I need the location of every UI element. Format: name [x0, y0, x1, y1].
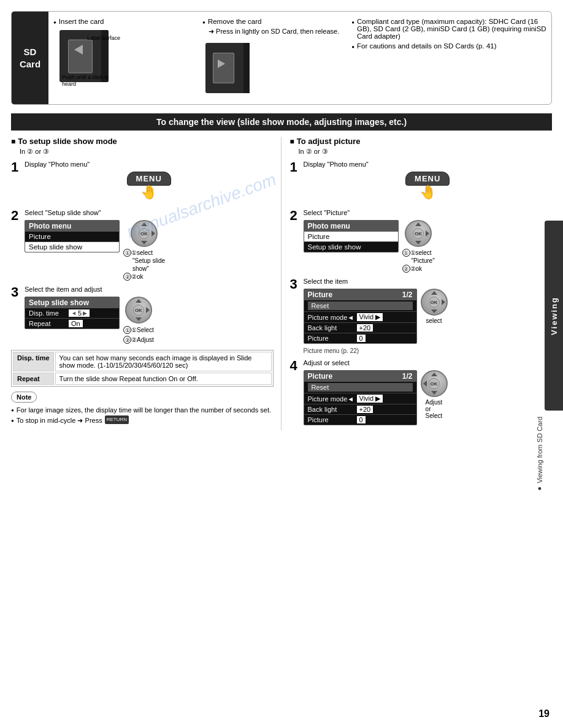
picture-box-mode-s4: Picture mode◄ Vivid ▶ [304, 393, 416, 404]
right-step3-content: Select the item Picture 1/2 Reset Pictur… [304, 278, 553, 354]
menu-btn-right[interactable]: MENU [405, 172, 450, 186]
right-menu-item-picture: Picture [304, 232, 398, 242]
picture-box-backlight-s3: Back light +20 [304, 323, 416, 333]
right-menu-title: Photo menu [304, 221, 398, 232]
sdcard-remove-bullet1: Remove the card [202, 18, 342, 25]
left-col: To setup slide show mode In ② or ③ 1 Dis… [11, 137, 282, 430]
menu-btn-wrap-right: MENU 🤚 [304, 172, 553, 200]
right-menu-item-setup: Setup slide show [304, 242, 398, 252]
repeat-text: Turn the slide show Repeat function On o… [55, 373, 272, 385]
setup-box-title: Setup slide show [25, 297, 119, 308]
dial-left-step3[interactable]: OK [125, 297, 152, 324]
picture-box-title-step4: Picture 1/2 [304, 371, 416, 382]
left-in-note: In ② or ③ [20, 148, 274, 156]
left-step2-dial-label1: ①①select [123, 249, 165, 257]
dial-right-step3[interactable]: OK [421, 289, 448, 316]
setup-row2: Repeat On [25, 319, 119, 328]
right-step4-content: Adjust or select Picture 1/2 Reset Pictu… [304, 359, 553, 425]
left-step2-content: Select "Setup slide show" Photo menu Pic… [25, 209, 274, 281]
setup-row2-val: On [69, 320, 83, 327]
picture-box-picture-s3: Picture 0 [304, 333, 416, 343]
right-step1-content: Display "Photo menu" MENU 🤚 [304, 161, 553, 204]
right-step4-dial-row: Picture 1/2 Reset Picture mode◄ Vivid ▶ … [304, 370, 553, 425]
left-step1-label: Display "Photo menu" [25, 161, 274, 168]
dial-left-step2[interactable]: OK [131, 220, 158, 247]
return-icon: RETURN [105, 415, 129, 424]
right-step2-label: Select "Picture" [304, 209, 553, 216]
page-number: 19 [538, 708, 550, 719]
right-step3-num: 3 [290, 278, 300, 291]
sdcard-remove-col: Remove the card ➜Press in lightly on SD … [202, 18, 342, 98]
section-header: To change the view (slide show mode, adj… [11, 113, 552, 131]
disp-time-text: You can set how many seconds each image … [55, 352, 272, 371]
left-step3-dial-row: Setup slide show Disp. time ◄5▶ Repeat O… [25, 297, 274, 345]
sdcard-info-bullet1: Compliant card type (maximum capacity): … [351, 18, 546, 40]
right-step2-dial-row: Photo menu Picture Setup slide show OK ①… [304, 220, 553, 273]
note-label: Note [11, 392, 37, 403]
right-step2-num: 2 [290, 209, 300, 222]
picture-page-s3: 1/2 [402, 290, 413, 299]
push-until-text: Push until a click is heard [62, 74, 121, 88]
main-content: To setup slide show mode In ② or ③ 1 Dis… [11, 137, 552, 430]
right-step2-content: Select "Picture" Photo menu Picture Setu… [304, 209, 553, 273]
setup-row1-val: ◄5▶ [69, 309, 90, 317]
right-step2-dial-label3: ②②ok [402, 265, 435, 273]
menu-btn-wrap-left: MENU 🤚 [25, 172, 274, 200]
dial-right-step2[interactable]: OK [405, 220, 432, 247]
left-step2-label: Select "Setup slide show" [25, 209, 274, 216]
sdcard-info-col: Compliant card type (maximum capacity): … [351, 18, 546, 50]
left-step3-dial-label2: ②②Adjust [123, 335, 154, 345]
left-step2-dial-label2: "Setup slide [132, 257, 165, 265]
hand-icon-left: 🤚 [140, 184, 157, 200]
sdcard-insert-col: Insert the card Label surface Push until… [53, 18, 193, 88]
left-step2-dial-row: Photo menu Picture Setup slide show OK ①… [25, 220, 274, 281]
left-menu-item-setup: Setup slide show [25, 242, 119, 252]
picture-box-step3: Picture 1/2 Reset Picture mode◄ Vivid ▶ … [304, 289, 417, 344]
left-step3: 3 Select the item and adjust Setup slide… [11, 286, 274, 345]
left-step3-num: 3 [11, 286, 21, 299]
dial-right-step4[interactable]: OK [421, 370, 448, 397]
left-step2-dial-label4: ②②ok [123, 273, 165, 281]
left-step1-num: 1 [11, 161, 21, 174]
menu-btn-left[interactable]: MENU [127, 172, 171, 186]
left-step1: 1 Display "Photo menu" MENU 🤚 [11, 161, 274, 204]
left-step2-dial-label3: show" [132, 265, 165, 273]
right-step1-label: Display "Photo menu" [304, 161, 553, 168]
left-menu-item-picture: Picture [25, 232, 119, 242]
sdcard-remove-bullet2: Press in lightly on SD Card, then releas… [216, 28, 339, 36]
right-step3-dial-label: select [426, 317, 442, 324]
setup-row1-key: Disp. time [29, 309, 69, 317]
picture-box-backlight-s4: Back light +20 [304, 404, 416, 415]
left-step3-content: Select the item and adjust Setup slide s… [25, 286, 274, 345]
picture-title-s3: Picture [308, 290, 333, 299]
picture-title-s4: Picture [308, 372, 333, 381]
left-step3-label: Select the item and adjust [25, 286, 274, 293]
hand-icon-right: 🤚 [419, 184, 436, 200]
sdcard-info-bullet2: For cautions and details on SD Cards (p.… [351, 42, 546, 50]
right-col: To adjust picture In ② or ③ 1 Display "P… [282, 137, 553, 430]
setup-row1: Disp. time ◄5▶ [25, 308, 119, 319]
note-bullet2: To stop in mid-cycle ➜ Press RETURN [11, 415, 274, 426]
picture-box-title-step3: Picture 1/2 [304, 289, 416, 300]
right-step4-dial-label: Adjust or Select [426, 399, 443, 419]
right-step2: 2 Select "Picture" Photo menu Picture Se… [290, 209, 553, 273]
picture-box-reset-s4: Reset [304, 382, 416, 393]
setup-row2-key: Repeat [29, 320, 69, 327]
left-title: To setup slide show mode [11, 137, 274, 146]
right-step4-label: Adjust or select [304, 359, 553, 366]
note-section: Note For large image sizes, the display … [11, 392, 274, 425]
sidebar-bottom-label: ● Viewing from SD Card [536, 417, 543, 493]
right-step1-num: 1 [290, 161, 300, 174]
sdcard-insert-bullet: Insert the card [53, 18, 193, 25]
picture-caption-s3: Picture menu (p. 22) [304, 347, 553, 354]
right-step4: 4 Adjust or select Picture 1/2 Reset Pic… [290, 359, 553, 425]
picture-box-step4: Picture 1/2 Reset Picture mode◄ Vivid ▶ … [304, 370, 417, 425]
left-step3-dial-label1: ①①Select [123, 325, 154, 335]
right-step3-dial-row: Picture 1/2 Reset Picture mode◄ Vivid ▶ … [304, 289, 553, 344]
setup-box: Setup slide show Disp. time ◄5▶ Repeat O… [25, 297, 120, 329]
picture-box-reset-s3: Reset [304, 300, 416, 312]
note-content: For large image sizes, the display time … [11, 405, 274, 425]
sdcard-section: SD Card Insert the card Label surface Pu… [11, 11, 552, 105]
sidebar-viewing: Viewing [545, 221, 563, 411]
picture-box-picture-s4: Picture 0 [304, 415, 416, 425]
